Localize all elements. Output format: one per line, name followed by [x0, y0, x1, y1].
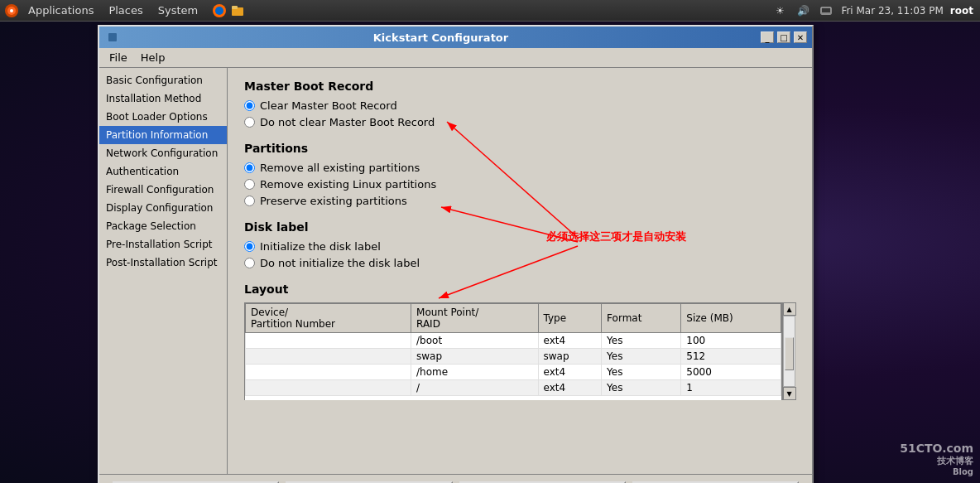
apps-icon	[3, 2, 20, 19]
sidebar-item-display-configuration[interactable]: Display Configuration	[99, 199, 227, 217]
cell-size: 1	[681, 380, 781, 396]
volume-icon: 🔊	[795, 2, 811, 19]
svg-rect-6	[232, 6, 238, 9]
cell-size: 5000	[681, 365, 781, 380]
taskbar-applications[interactable]: Applications	[22, 2, 100, 18]
scrollbar-down[interactable]: ▼	[783, 387, 796, 400]
taskbar: Applications Places System ☀ 🔊 Fri Mar 2…	[0, 0, 980, 22]
cell-mount: swap	[411, 349, 538, 365]
table-row[interactable]: /home ext4 Yes 5000	[246, 365, 781, 380]
cell-type: swap	[538, 349, 602, 365]
table-row[interactable]: /boot ext4 Yes 100	[246, 333, 781, 349]
menu-file[interactable]: File	[103, 50, 134, 65]
sidebar-item-installation-method[interactable]: Installation Method	[99, 89, 227, 108]
partitions-option1[interactable]: Remove all existing partitions	[244, 162, 795, 174]
col-header-format: Format	[602, 304, 681, 333]
disklabel-radio2[interactable]	[244, 258, 255, 268]
table-row[interactable]: swap swap Yes 512	[246, 349, 781, 365]
content-panel: Master Boot Record Clear Master Boot Rec…	[228, 68, 812, 474]
window-controls: _ □ ✕	[761, 31, 807, 43]
svg-rect-10	[108, 33, 117, 41]
user-display: root	[950, 5, 973, 17]
sidebar-item-post-installation-script[interactable]: Post-Installation Script	[99, 254, 227, 272]
partitions-radio2[interactable]	[244, 179, 255, 190]
window-icon	[104, 29, 121, 46]
partitions-option2[interactable]: Remove existing Linux partitions	[244, 178, 795, 191]
mbr-title: Master Boot Record	[244, 80, 795, 93]
col-header-device: Device/Partition Number	[246, 304, 411, 333]
cell-device	[246, 380, 411, 396]
sidebar-item-pre-installation-script[interactable]: Pre-Installation Script	[99, 235, 227, 254]
annotation-arrows	[228, 68, 812, 474]
cell-device	[246, 349, 411, 365]
scrollbar-thumb[interactable]	[785, 337, 794, 370]
close-button[interactable]: ✕	[794, 31, 807, 43]
taskbar-system[interactable]: System	[151, 2, 204, 18]
window-titlebar: Kickstart Configurator _ □ ✕	[99, 27, 812, 48]
cell-format: Yes	[602, 365, 681, 380]
maximize-button[interactable]: □	[777, 31, 790, 43]
cell-size: 512	[681, 349, 781, 365]
table-row[interactable]: / ext4 Yes 1	[246, 380, 781, 396]
mbr-option2[interactable]: Do not clear Master Boot Record	[244, 116, 795, 128]
cell-format: Yes	[602, 349, 681, 365]
sidebar: Basic Configuration Installation Method …	[99, 68, 228, 474]
cell-mount: /home	[411, 365, 538, 380]
svg-point-2	[10, 9, 13, 12]
sidebar-item-partition-information[interactable]: Partition Information	[99, 126, 227, 144]
disklabel-radio1[interactable]	[244, 241, 255, 252]
folder-icon[interactable]	[229, 2, 246, 19]
mbr-option1[interactable]: Clear Master Boot Record	[244, 99, 795, 112]
scrollbar-track[interactable]	[783, 316, 795, 387]
taskbar-places[interactable]: Places	[102, 2, 149, 18]
firefox-icon[interactable]	[211, 2, 228, 19]
partitions-radio3[interactable]	[244, 196, 255, 206]
disk-label-title: Disk label	[244, 220, 795, 234]
table-scrollbar[interactable]: ▲ ▼	[782, 302, 795, 400]
disk-label-option2[interactable]: Do not initialize the disk label	[244, 257, 795, 269]
cell-format: Yes	[602, 380, 681, 396]
col-header-type: Type	[538, 304, 602, 333]
sidebar-item-firewall-configuration[interactable]: Firewall Configuration	[99, 181, 227, 199]
cell-mount: /	[411, 380, 538, 396]
partitions-section: Partitions Remove all existing partition…	[244, 142, 795, 207]
cell-type: ext4	[538, 380, 602, 396]
sidebar-item-network-configuration[interactable]: Network Configuration	[99, 144, 227, 162]
annotation-overlay: 必须选择这三项才是自动安装	[228, 68, 812, 474]
disk-label-option1[interactable]: Initialize the disk label	[244, 240, 795, 253]
taskbar-right: ☀ 🔊 Fri Mar 23, 11:03 PM root	[765, 2, 980, 19]
mbr-radio2[interactable]	[244, 117, 255, 128]
layout-table-scroll: Device/Partition Number Mount Point/RAID…	[244, 302, 782, 400]
minimize-button[interactable]: _	[761, 31, 774, 43]
scrollbar-up[interactable]: ▲	[783, 302, 796, 316]
disk-label-section: Disk label Initialize the disk label Do …	[244, 220, 795, 269]
svg-point-4	[215, 7, 223, 15]
layout-table: Device/Partition Number Mount Point/RAID…	[245, 303, 781, 396]
network-icon	[818, 2, 834, 19]
menu-help[interactable]: Help	[134, 50, 172, 65]
partitions-radio1[interactable]	[244, 162, 255, 173]
kickstart-window: Kickstart Configurator _ □ ✕ File Help B…	[98, 25, 814, 483]
partitions-option3[interactable]: Preserve existing partitions	[244, 195, 795, 207]
main-content: Basic Configuration Installation Method …	[99, 68, 812, 474]
cell-type: ext4	[538, 333, 602, 349]
cell-device	[246, 365, 411, 380]
sidebar-item-package-selection[interactable]: Package Selection	[99, 217, 227, 235]
mbr-radio1[interactable]	[244, 100, 255, 111]
sidebar-item-authentication[interactable]: Authentication	[99, 162, 227, 181]
layout-section: Layout Device/Partition Number Mount Poi…	[244, 283, 795, 400]
taskbar-left: Applications Places System	[0, 2, 249, 19]
svg-rect-8	[821, 12, 831, 14]
sidebar-item-basic-configuration[interactable]: Basic Configuration	[99, 71, 227, 89]
datetime-display: Fri Mar 23, 11:03 PM	[841, 5, 943, 17]
layout-table-container: Device/Partition Number Mount Point/RAID…	[244, 302, 782, 400]
sun-icon: ☀	[771, 2, 788, 19]
col-header-mount: Mount Point/RAID	[411, 304, 538, 333]
layout-table-wrapper: Device/Partition Number Mount Point/RAID…	[244, 302, 795, 400]
menubar: File Help	[99, 48, 812, 68]
sidebar-item-boot-loader-options[interactable]: Boot Loader Options	[99, 108, 227, 126]
bottom-buttons: Add Edit Delete RAID	[99, 474, 812, 483]
window-title: Kickstart Configurator	[121, 31, 761, 44]
cell-format: Yes	[602, 333, 681, 349]
mbr-section: Master Boot Record Clear Master Boot Rec…	[244, 80, 795, 128]
